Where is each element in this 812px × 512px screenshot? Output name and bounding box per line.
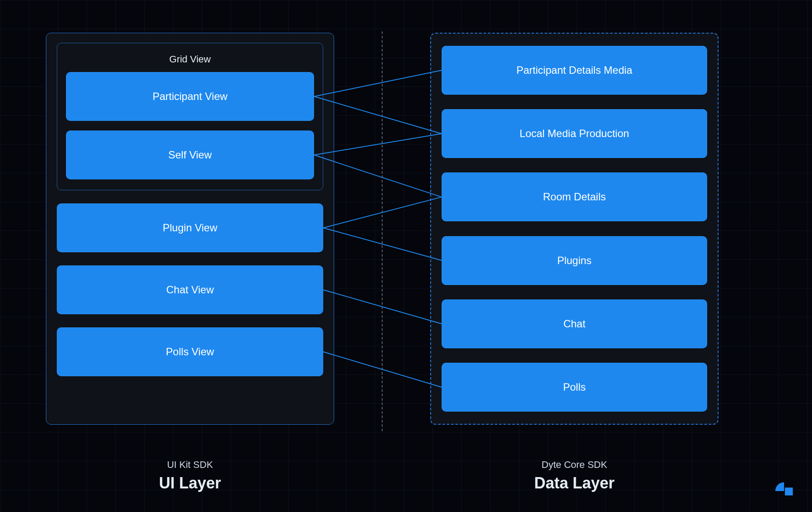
left-lower-group: Plugin View Chat View Polls View xyxy=(57,203,323,376)
tile-label: Polls View xyxy=(166,346,214,358)
tile-local-media-production: Local Media Production xyxy=(442,109,707,158)
diagram-stage: Grid View Participant View Self View Plu… xyxy=(0,0,812,512)
tile-label: Polls xyxy=(563,381,586,393)
tile-label: Plugins xyxy=(557,254,592,267)
tile-label: Chat xyxy=(563,318,586,330)
tile-label: Room Details xyxy=(543,191,606,203)
tile-label: Participant Details Media xyxy=(516,64,632,76)
ui-layer-footer: UI Kit SDK UI Layer xyxy=(46,459,334,492)
tile-plugins: Plugins xyxy=(442,236,707,285)
data-layer-panel: Participant Details Media Local Media Pr… xyxy=(430,33,719,425)
tile-label: Local Media Production xyxy=(520,127,629,140)
tile-polls-view: Polls View xyxy=(57,327,323,376)
right-stack: Participant Details Media Local Media Pr… xyxy=(442,46,707,412)
tile-label: Self View xyxy=(168,149,212,161)
tile-participant-view: Participant View xyxy=(66,72,314,121)
grid-view-title: Grid View xyxy=(169,54,211,65)
tile-room-details: Room Details xyxy=(442,172,707,221)
brand-logo-icon xyxy=(772,472,796,496)
ui-layer-title: UI Layer xyxy=(46,474,334,492)
center-divider xyxy=(382,31,383,431)
grid-view-group: Grid View Participant View Self View xyxy=(57,43,323,190)
data-layer-footer: Dyte Core SDK Data Layer xyxy=(430,459,719,492)
tile-self-view: Self View xyxy=(66,131,314,179)
tile-chat-view: Chat View xyxy=(57,265,323,314)
svg-rect-8 xyxy=(785,488,793,495)
tile-participant-details-media: Participant Details Media xyxy=(442,46,707,95)
ui-layer-panel: Grid View Participant View Self View Plu… xyxy=(46,33,334,425)
data-layer-subtitle: Dyte Core SDK xyxy=(430,459,719,471)
tile-polls: Polls xyxy=(442,363,707,412)
tile-label: Chat View xyxy=(166,284,214,296)
tile-label: Plugin View xyxy=(163,222,218,234)
tile-plugin-view: Plugin View xyxy=(57,203,323,252)
tile-chat: Chat xyxy=(442,299,707,348)
ui-layer-subtitle: UI Kit SDK xyxy=(46,459,334,471)
tile-label: Participant View xyxy=(152,90,228,103)
data-layer-title: Data Layer xyxy=(430,474,719,492)
